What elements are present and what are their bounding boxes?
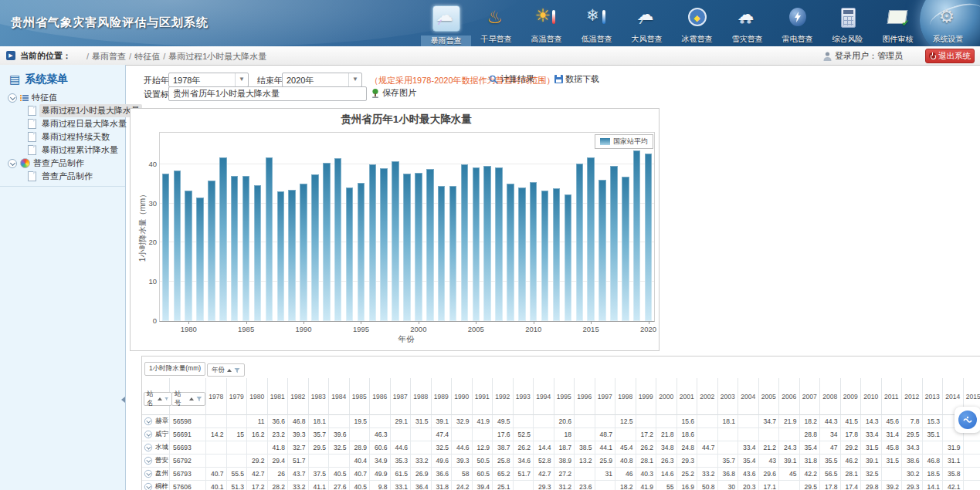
value-cell: 18.1 xyxy=(718,415,739,428)
nav-item-系统设置[interactable]: ⚙系统设置 xyxy=(923,5,973,45)
value-cell: 40.1 xyxy=(206,481,227,490)
year-header-1980: 1980 xyxy=(247,378,268,415)
value-cell: 41.8 xyxy=(268,441,289,455)
sidebar-item-暴雨过程持续天数[interactable]: 暴雨过程持续天数 xyxy=(0,130,125,144)
nav-item-图件审核[interactable]: ✔图件审核 xyxy=(873,5,923,45)
logout-button[interactable]: 退出系统 xyxy=(925,49,975,63)
value-cell: 15.3 xyxy=(923,415,944,428)
value-cell: 33.2 xyxy=(697,468,718,481)
measure-field-button[interactable]: 1小时降水量(mm) xyxy=(144,362,205,376)
value-cell: 35.4 xyxy=(738,455,759,468)
x-tick-label: 2010 xyxy=(518,325,549,333)
value-cell: 29.3 xyxy=(902,481,923,490)
breadcrumb-segment[interactable]: 暴雨普查 xyxy=(92,52,126,61)
row-expand-icon[interactable] xyxy=(144,444,152,451)
sidebar-item-暴雨过程累计降水量[interactable]: 暴雨过程累计降水量 xyxy=(0,144,125,157)
bar-2015 xyxy=(587,157,595,321)
value-cell: 26 xyxy=(268,468,289,481)
value-cell: 41.9 xyxy=(473,415,493,428)
sort-asc-icon xyxy=(227,369,232,372)
app-window: 贵州省气象灾害风险评估与区划系统 ☁∕∕∕暴雨普查♨干旱普查☀高温普查❄低温普查… xyxy=(0,0,980,490)
row-expand-icon[interactable] xyxy=(144,483,152,490)
legend-item[interactable]: 国家站平均 xyxy=(595,134,653,149)
nav-item-暴雨普查[interactable]: ☁∕∕∕暴雨普查 xyxy=(421,5,471,45)
nav-item-雪灾普查[interactable]: ☁❅ ❅雪灾普查 xyxy=(722,5,772,45)
cold-icon: ❄ xyxy=(584,5,610,30)
year-header-1998: 1998 xyxy=(615,378,636,415)
nav-item-干旱普查[interactable]: ♨干旱普查 xyxy=(471,5,521,45)
bar-2008 xyxy=(507,184,514,321)
sidebar-item-暴雨过程日最大降水量[interactable]: 暴雨过程日最大降水量 xyxy=(0,117,125,130)
row-expand-icon[interactable] xyxy=(144,431,152,438)
location-icon: ▶ xyxy=(6,51,15,60)
breadcrumb[interactable]: /暴雨普查/特征值/暴雨过程1小时最大降水量 xyxy=(83,51,266,63)
value-cell: 38.6 xyxy=(902,455,923,468)
value-cell: 28.1 xyxy=(636,455,657,468)
nav-item-综合风险[interactable]: 综合风险 xyxy=(822,5,873,45)
floating-assistant-widget[interactable] xyxy=(955,407,980,433)
year-header-2005: 2005 xyxy=(759,378,780,415)
nav-item-高温普查[interactable]: ☀高温普查 xyxy=(521,5,571,45)
value-cell: 34 xyxy=(820,428,841,441)
chart-title-input[interactable]: 贵州省历年1小时最大降水量 xyxy=(168,86,367,101)
name-sort-button[interactable]: 站名 xyxy=(144,392,172,406)
x-tick-label: 2000 xyxy=(403,325,434,333)
bar-1984 xyxy=(231,176,239,321)
row-expand-icon[interactable] xyxy=(144,470,152,478)
data-download-label: 数据下载 xyxy=(565,73,599,85)
nav-item-低温普查[interactable]: ❄低温普查 xyxy=(571,5,622,45)
collapse-icon[interactable] xyxy=(8,159,17,168)
station-id-cell: 56693 xyxy=(170,441,206,455)
breadcrumb-segment[interactable]: 特征值 xyxy=(134,52,160,61)
station-name-cell: 盘州 xyxy=(142,468,170,481)
data-download-button[interactable]: 数据下载 xyxy=(554,73,599,85)
value-cell: 29.4 xyxy=(268,455,289,468)
value-cell xyxy=(656,415,677,428)
year-header-1992: 1992 xyxy=(493,378,514,415)
sidebar-item-label: 暴雨过程1小时最大降水量 xyxy=(39,104,142,117)
value-cell: 35.8 xyxy=(943,468,964,481)
start-year-select[interactable]: 1978年 ▼ xyxy=(168,73,249,87)
year-header-2009: 2009 xyxy=(841,378,862,415)
value-cell: 16.9 xyxy=(677,481,698,490)
value-cell: 18.2 xyxy=(800,415,821,428)
value-cell: 52.8 xyxy=(534,455,554,468)
value-cell xyxy=(923,441,944,455)
sidebar-item-普查产品制作[interactable]: 普查产品制作 xyxy=(0,170,125,183)
value-cell: 30 xyxy=(718,481,739,490)
sidebar-group-普查产品制作[interactable]: 普查产品制作 xyxy=(0,157,125,170)
id-sort-button[interactable]: 站号 xyxy=(171,392,205,406)
value-cell: 58 xyxy=(452,468,473,481)
value-cell: 27.6 xyxy=(329,481,350,490)
value-cell: 39.6 xyxy=(329,428,350,441)
settings-icon: ⚙ xyxy=(935,5,961,30)
year-header-1978: 1978 xyxy=(206,378,227,415)
logout-label: 退出系统 xyxy=(938,51,971,62)
bar-1998 xyxy=(392,161,399,321)
save-image-button[interactable]: 保存图片 xyxy=(371,87,416,99)
y-tick-label: 10 xyxy=(140,277,157,286)
column-field-button[interactable]: 年份 xyxy=(207,363,245,377)
sidebar-item-暴雨过程1小时最大降水量[interactable]: 暴雨过程1小时最大降水量 xyxy=(0,104,125,117)
nav-item-冰雹普查[interactable]: ◆冰雹普查 xyxy=(672,5,722,45)
end-year-select[interactable]: 2020年 ▼ xyxy=(282,73,362,87)
row-expand-icon[interactable] xyxy=(144,417,152,425)
year-header-2007: 2007 xyxy=(800,378,821,415)
sidebar-item-label: 暴雨过程累计降水量 xyxy=(39,144,120,157)
breadcrumb-segment[interactable]: 暴雨过程1小时最大降水量 xyxy=(168,52,266,61)
nav-item-雷电普查[interactable]: 雷电普查 xyxy=(772,5,822,45)
collapse-icon[interactable] xyxy=(8,93,17,103)
table-row-水城: 水城5669341.832.729.532.528.960.644.632.54… xyxy=(142,441,980,455)
bar-2010 xyxy=(530,182,537,321)
x-tick-label: 2015 xyxy=(575,325,606,333)
nav-item-大风普查[interactable]: ☁∕∕∕大风普查 xyxy=(622,5,672,45)
calc-result-button[interactable]: 计算结果 xyxy=(489,73,534,85)
sidebar-group-特征值[interactable]: 特征值 xyxy=(0,91,125,104)
value-cell: 18.5 xyxy=(923,468,944,481)
sidebar-collapse-handle[interactable] xyxy=(121,397,125,403)
row-expand-icon[interactable] xyxy=(144,457,152,465)
x-tick-label: 1985 xyxy=(231,325,262,333)
value-cell xyxy=(882,468,903,481)
value-cell xyxy=(697,455,718,468)
value-cell: 20.6 xyxy=(554,415,575,428)
